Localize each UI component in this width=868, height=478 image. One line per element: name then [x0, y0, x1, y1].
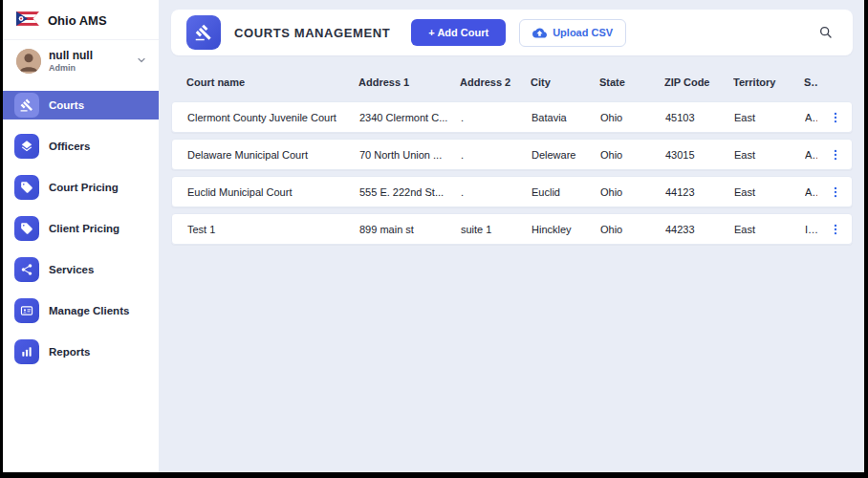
table-cell: suite 1: [461, 224, 530, 235]
table-cell: Euclid Municipal Court: [187, 186, 358, 198]
user-role: Admin: [49, 63, 128, 73]
avatar: [16, 49, 41, 74]
page-header: COURTS MANAGEMENT + Add Court Upload CSV: [171, 10, 853, 55]
table-cell: East: [734, 186, 803, 198]
sidebar-item-label: Reports: [49, 346, 90, 358]
table-cell: 70 North Union ...: [359, 149, 459, 161]
table-cell: 44233: [665, 224, 732, 235]
column-header-address-2: Address 2: [460, 76, 529, 88]
row-menu-kebab-icon[interactable]: [819, 111, 842, 124]
table-cell: 2340 Clermont C...: [359, 112, 459, 123]
column-header-address-1: Address 1: [358, 76, 458, 88]
sidebar-item-services[interactable]: Services: [3, 255, 159, 284]
table-row[interactable]: Test 1899 main stsuite 1HinckleyOhio4423…: [171, 213, 853, 245]
user-meta: null null Admin: [49, 50, 128, 73]
table-row[interactable]: Delaware Municipal Court70 North Union .…: [171, 139, 853, 170]
sidebar-item-label: Manage Clients: [49, 305, 129, 316]
chevron-down-icon[interactable]: [136, 53, 147, 70]
table-cell: Ohio: [600, 149, 663, 161]
table-cell: East: [734, 112, 803, 123]
column-header-court-name: Court name: [186, 76, 357, 88]
table-cell: Ohio: [600, 224, 663, 235]
sidebar-nav: Courts Officers Court Pricing Client Pri…: [3, 91, 159, 379]
column-header-zip-code: ZIP Code: [664, 76, 731, 88]
cloud-upload-icon: [532, 26, 547, 40]
table-cell: Active: [805, 112, 817, 123]
row-menu-kebab-icon[interactable]: [819, 148, 842, 162]
sidebar-item-label: Services: [49, 264, 94, 275]
user-menu[interactable]: null null Admin: [3, 40, 159, 83]
table-cell: 43015: [665, 149, 732, 161]
tag-icon: [14, 216, 39, 241]
table-cell: Inactive: [805, 224, 817, 235]
column-header-status: Status: [804, 76, 818, 88]
table-cell: .: [461, 112, 530, 123]
sidebar: Ohio AMS null null Admin: [3, 0, 159, 472]
logo-row: Ohio AMS: [3, 0, 159, 40]
table-cell: Batavia: [532, 112, 598, 123]
tag-icon: [14, 175, 39, 200]
user-name: null null: [49, 50, 128, 63]
sidebar-item-label: Client Pricing: [49, 223, 119, 234]
table-cell: East: [734, 224, 803, 235]
add-court-button[interactable]: + Add Court: [411, 19, 506, 46]
table-row[interactable]: Clermont County Juvenile Court2340 Clerm…: [171, 101, 853, 133]
column-header-city: City: [531, 76, 597, 88]
table-cell: Hinckley: [532, 224, 598, 235]
table-cell: Active: [805, 186, 817, 198]
table-cell: Active: [805, 149, 817, 161]
table-cell: 555 E. 222nd St...: [359, 186, 459, 198]
share-icon: [14, 257, 39, 282]
table-cell: 899 main st: [359, 224, 459, 235]
ohio-flag-icon: [16, 11, 39, 30]
app-title: Ohio AMS: [48, 13, 107, 28]
table-header-row: Court nameAddress 1Address 2CityStateZIP…: [171, 71, 853, 101]
sidebar-item-officers[interactable]: Officers: [3, 132, 159, 161]
gavel-icon: [14, 93, 39, 118]
id-card-icon: [14, 298, 39, 323]
table-cell: .: [461, 186, 530, 198]
column-header-territory: Territory: [733, 76, 802, 88]
app-frame: Ohio AMS null null Admin: [3, 0, 864, 472]
column-header-state: State: [599, 76, 662, 88]
sidebar-item-manage-clients[interactable]: Manage Clients: [3, 296, 159, 325]
table-cell: East: [734, 149, 803, 161]
table-body: Clermont County Juvenile Court2340 Clerm…: [171, 101, 853, 472]
main-area: COURTS MANAGEMENT + Add Court Upload CSV…: [159, 0, 864, 472]
layers-icon: [14, 134, 39, 159]
upload-csv-button[interactable]: Upload CSV: [519, 19, 626, 47]
table-cell: Euclid: [532, 186, 598, 198]
table-row[interactable]: Euclid Municipal Court555 E. 222nd St...…: [171, 176, 853, 207]
upload-csv-label: Upload CSV: [553, 27, 613, 38]
sidebar-item-reports[interactable]: Reports: [3, 337, 159, 366]
table-cell: Test 1: [187, 224, 358, 235]
sidebar-item-client-pricing[interactable]: Client Pricing: [3, 214, 159, 243]
table-cell: Clermont County Juvenile Court: [187, 112, 358, 123]
sidebar-item-court-pricing[interactable]: Court Pricing: [3, 173, 159, 202]
table-cell: Deleware: [532, 149, 598, 161]
table-cell: Ohio: [600, 186, 663, 198]
row-menu-kebab-icon[interactable]: [819, 223, 842, 236]
page-title: COURTS MANAGEMENT: [234, 26, 390, 40]
table-cell: .: [461, 149, 530, 161]
search-icon: [818, 25, 834, 40]
table-cell: 45103: [665, 112, 732, 123]
table-cell: 44123: [665, 186, 732, 198]
sidebar-item-courts[interactable]: Courts: [3, 91, 159, 120]
gavel-icon: [186, 15, 221, 50]
sidebar-item-label: Court Pricing: [49, 182, 119, 193]
sidebar-item-label: Officers: [49, 141, 90, 152]
search-button[interactable]: [814, 21, 837, 44]
table-cell: Delaware Municipal Court: [187, 149, 358, 161]
sidebar-item-label: Courts: [49, 99, 84, 111]
row-menu-kebab-icon[interactable]: [819, 185, 842, 199]
table-cell: Ohio: [600, 112, 663, 123]
bar-chart-icon: [14, 339, 39, 364]
